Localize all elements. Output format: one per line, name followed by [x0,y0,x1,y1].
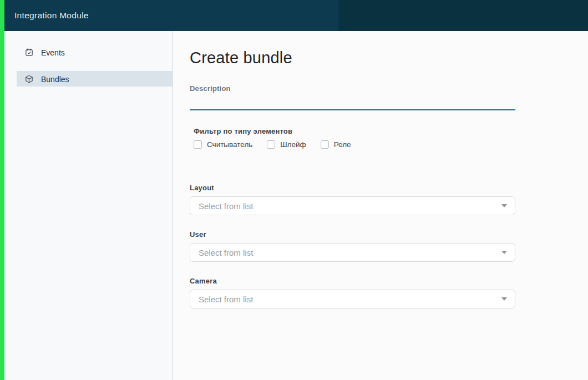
checkbox-rele[interactable]: Реле [321,140,351,149]
checkbox-label: Считыватель [207,140,252,149]
checkbox-shleyf[interactable]: Шлейф [267,140,306,149]
checkbox-label: Реле [334,140,351,149]
layout-select-placeholder: Select from list [199,201,253,211]
layout-field: Layout Select from list [190,184,515,215]
app-title: Integration Module [4,11,89,21]
description-input[interactable] [190,95,515,110]
camera-field: Camera Select from list [190,277,515,308]
app-header: Integration Module [4,0,588,31]
app-window: Integration Module Events [0,0,588,380]
sidebar-item-label: Events [41,48,65,57]
sidebar-item-events[interactable]: Events [17,44,173,60]
filter-label: Фильтр по типу элементов [194,127,515,135]
filter-options: Считыватель Шлейф Реле [194,140,515,149]
chevron-down-icon [501,297,507,301]
description-label: Description [190,84,515,93]
description-field: Description [190,84,515,110]
sidebar: Events Bundles [4,31,173,380]
element-type-filter: Фильтр по типу элементов Считыватель Шле… [194,127,515,149]
calendar-check-icon [24,48,34,57]
checkbox-icon[interactable] [321,140,329,149]
cube-icon [24,74,34,84]
sidebar-item-label: Bundles [41,75,69,83]
checkbox-schityvatel[interactable]: Считыватель [194,140,252,149]
accent-strip [0,0,4,380]
layout-select[interactable]: Select from list [190,196,515,215]
main-content: Create bundle Description Фильтр по типу… [174,31,588,380]
checkbox-icon[interactable] [194,140,202,149]
camera-select-placeholder: Select from list [199,295,253,304]
layout-label: Layout [190,184,515,192]
user-label: User [190,230,515,239]
chevron-down-icon [501,204,507,207]
checkbox-icon[interactable] [267,140,275,149]
chevron-down-icon [501,251,507,254]
camera-select[interactable]: Select from list [190,290,515,308]
camera-label: Camera [190,277,515,285]
user-select[interactable]: Select from list [190,243,515,262]
user-select-placeholder: Select from list [199,248,253,257]
checkbox-label: Шлейф [280,140,306,149]
page-title: Create bundle [190,49,588,67]
sidebar-item-bundles[interactable]: Bundles [17,71,173,87]
user-field: User Select from list [190,230,515,262]
